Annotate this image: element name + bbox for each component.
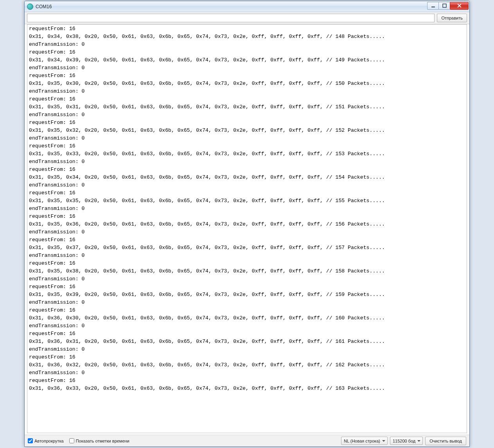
serial-monitor-window: COM16 Отправить requestFrom: 16 0x31, 0x… bbox=[24, 1, 470, 447]
close-icon bbox=[457, 4, 462, 8]
close-button[interactable] bbox=[450, 2, 469, 10]
send-toolbar: Отправить bbox=[25, 12, 469, 24]
titlebar[interactable]: COM16 bbox=[25, 1, 469, 12]
send-button[interactable]: Отправить bbox=[437, 14, 467, 22]
autoscroll-checkbox[interactable]: Автопрокрутка bbox=[28, 438, 64, 443]
maximize-icon bbox=[442, 4, 447, 8]
maximize-button[interactable] bbox=[438, 2, 450, 10]
clear-output-button[interactable]: Очистить вывод bbox=[425, 437, 466, 445]
serial-output[interactable]: requestFrom: 16 0x31, 0x34, 0x38, 0x20, … bbox=[27, 25, 467, 433]
autoscroll-label: Автопрокрутка bbox=[34, 439, 64, 443]
timestamp-checkbox[interactable]: Показать отметки времени bbox=[69, 438, 129, 443]
window-title: COM16 bbox=[36, 4, 52, 9]
svg-rect-1 bbox=[443, 4, 446, 7]
timestamp-label: Показать отметки времени bbox=[76, 439, 129, 443]
svg-rect-0 bbox=[431, 7, 435, 7]
minimize-button[interactable] bbox=[427, 2, 439, 10]
serial-send-input[interactable] bbox=[27, 14, 435, 22]
baud-value: 115200 бод bbox=[393, 439, 415, 443]
console-container: requestFrom: 16 0x31, 0x34, 0x38, 0x20, … bbox=[27, 24, 467, 433]
timestamp-input[interactable] bbox=[69, 438, 74, 443]
window-controls bbox=[428, 2, 469, 10]
arduino-icon bbox=[27, 4, 33, 10]
autoscroll-input[interactable] bbox=[28, 438, 33, 443]
minimize-icon bbox=[431, 4, 435, 8]
status-bar: Автопрокрутка Показать отметки времени N… bbox=[25, 435, 469, 446]
line-ending-value: NL (Новая строка) bbox=[344, 439, 380, 443]
baud-select[interactable]: 115200 бод bbox=[390, 437, 423, 445]
line-ending-select[interactable]: NL (Новая строка) bbox=[341, 437, 388, 445]
